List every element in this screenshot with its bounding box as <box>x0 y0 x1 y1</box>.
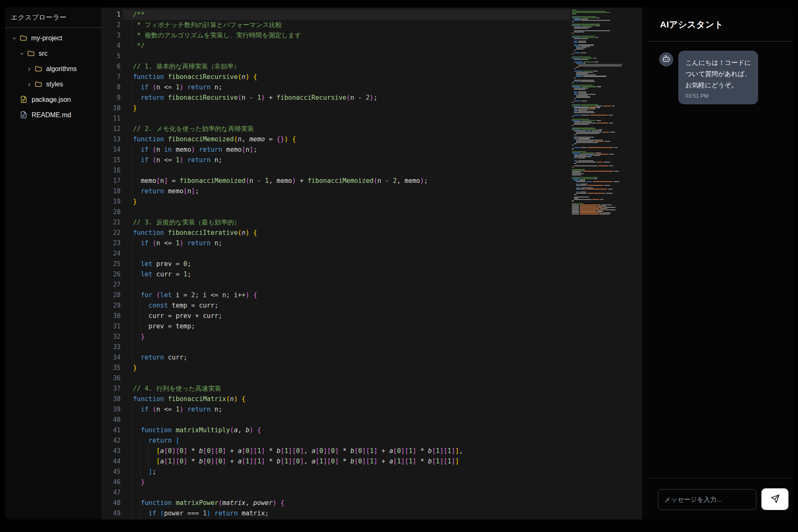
code-line[interactable]: return curr; <box>132 352 463 363</box>
code-line[interactable]: } <box>132 477 463 488</box>
line-number: 24 <box>102 249 121 259</box>
minimap-row <box>572 85 638 86</box>
indent-guide <box>132 342 133 352</box>
code-line[interactable]: /** <box>132 10 463 20</box>
code-line[interactable] <box>132 373 463 384</box>
code-line[interactable]: if (n <= 1) return n; <box>132 404 463 415</box>
code-line[interactable] <box>132 415 463 425</box>
code-line[interactable] <box>132 488 463 498</box>
minimap-row <box>572 58 638 59</box>
code-line[interactable]: for (let i = 2; i <= n; i++) { <box>132 290 463 300</box>
minimap-row <box>572 125 638 126</box>
code-line[interactable]: * 複数のアルゴリズムを実装し、実行時間を測定します <box>132 30 463 41</box>
code-line[interactable]: function fibonacciMatrix(n) { <box>132 394 463 404</box>
code-line[interactable] <box>132 165 463 176</box>
minimap-row <box>572 38 638 39</box>
minimap-row <box>572 145 638 145</box>
code-line[interactable] <box>132 207 463 217</box>
minimap-row <box>572 202 638 203</box>
code-line[interactable]: let prev = 0; <box>132 259 463 269</box>
minimap-row <box>572 142 638 143</box>
code-line[interactable]: [a[0][0] * b[0][0] + a[0][1] * b[1][0], … <box>132 446 463 456</box>
code-line[interactable]: curr = prev + curr; <box>132 311 463 321</box>
chat-input[interactable] <box>658 489 756 510</box>
minimap-row <box>572 167 638 167</box>
code-line[interactable]: return fibonacciRecursive(n - 1) + fibon… <box>132 93 463 103</box>
code-line[interactable]: // 1. 基本的な再帰実装（非効率） <box>132 62 463 72</box>
sidebar-item-my-project[interactable]: my-project <box>5 30 101 46</box>
code-line[interactable]: function fibonacciIterative(n) { <box>132 228 463 238</box>
minimap-row <box>572 133 638 134</box>
code-line[interactable]: prev = temp; <box>132 321 463 332</box>
minimap-row <box>572 98 638 99</box>
minimap-row <box>572 126 638 127</box>
indent-guide <box>148 446 148 456</box>
chevron-right-icon[interactable] <box>27 66 32 72</box>
minimap-row <box>572 86 638 87</box>
code-content[interactable]: /** * フィボナッチ数列の計算とパフォーマンス比較 * 複数のアルゴリズムを… <box>132 10 463 519</box>
minimap-row <box>572 143 638 144</box>
code-line[interactable]: return memo[n]; <box>132 186 463 197</box>
code-line[interactable] <box>132 342 463 352</box>
minimap-row <box>572 204 638 205</box>
sidebar-item-readme-md[interactable]: README.md <box>5 107 101 123</box>
code-line[interactable]: function matrixPower(matrix, power) { <box>132 498 463 508</box>
minimap-row <box>572 16 638 17</box>
item-label: styles <box>46 81 63 88</box>
code-line[interactable]: if (n <= 1) return n; <box>132 82 463 93</box>
chevron-down-icon[interactable] <box>19 51 25 57</box>
minimap-row <box>572 214 638 214</box>
code-line[interactable] <box>132 249 463 259</box>
code-line[interactable]: // 3. 反復的な実装（最も効率的） <box>132 217 463 228</box>
minimap[interactable] <box>572 10 638 226</box>
code-line[interactable]: } <box>132 197 463 207</box>
sidebar-item-package-json[interactable]: package.json <box>5 92 101 107</box>
code-line[interactable]: if (n in memo) return memo[n]; <box>132 145 463 155</box>
code-line[interactable]: * フィボナッチ数列の計算とパフォーマンス比較 <box>132 20 463 30</box>
minimap-row <box>572 197 638 197</box>
code-line[interactable]: // 4. 行列を使った高速実装 <box>132 384 463 394</box>
code-editor[interactable]: 1234567891011121314151617181920212223242… <box>102 7 642 520</box>
minimap-row <box>572 140 638 140</box>
sidebar-item-algorithms[interactable]: algorithms <box>5 61 101 76</box>
code-line[interactable]: function fibonacciMemoized(n, memo = {})… <box>132 134 463 145</box>
code-line[interactable]: memo[n] = fibonacciMemoized(n - 1, memo)… <box>132 176 463 186</box>
code-line[interactable]: function fibonacciRecursive(n) { <box>132 72 463 82</box>
code-line[interactable]: [a[1][0] * b[0][0] + a[1][1] * b[1][0], … <box>132 456 463 467</box>
minimap-row <box>572 115 638 116</box>
code-line[interactable]: if (n <= 1) return n; <box>132 238 463 249</box>
code-line[interactable]: const temp = curr; <box>132 300 463 311</box>
folder-icon <box>34 80 42 88</box>
send-button[interactable] <box>761 488 788 510</box>
code-line[interactable]: // 2. メモ化を使った効率的な再帰実装 <box>132 124 463 134</box>
code-line[interactable]: ]; <box>132 467 463 477</box>
code-line[interactable]: function matrixMultiply(a, b) { <box>132 425 463 436</box>
code-line[interactable]: } <box>132 363 463 373</box>
line-number: 2 <box>102 20 121 30</box>
minimap-row <box>572 134 638 135</box>
line-number: 36 <box>102 373 121 384</box>
code-line[interactable] <box>132 113 463 124</box>
minimap-row <box>572 131 638 131</box>
code-line[interactable]: } <box>132 103 463 113</box>
sidebar-item-styles[interactable]: styles <box>5 76 101 92</box>
code-line[interactable]: if (n <= 1) return n; <box>132 155 463 165</box>
chevron-down-icon[interactable] <box>12 35 17 41</box>
chevron-right-icon[interactable] <box>27 81 32 87</box>
code-line[interactable] <box>132 51 463 62</box>
minimap-row <box>572 180 638 180</box>
code-line[interactable]: return [ <box>132 436 463 446</box>
sidebar-item-src[interactable]: src <box>5 46 101 61</box>
minimap-row <box>572 84 638 84</box>
minimap-row <box>572 169 638 170</box>
minimap-row <box>572 22 638 23</box>
code-line[interactable]: */ <box>132 41 463 51</box>
code-line[interactable]: } <box>132 332 463 342</box>
code-line[interactable]: let curr = 1; <box>132 269 463 280</box>
line-number: 35 <box>102 363 121 373</box>
code-line[interactable]: if (power === 1) return matrix; <box>132 508 463 519</box>
minimap-row <box>572 151 638 152</box>
minimap-row <box>572 160 638 161</box>
code-line[interactable] <box>132 280 463 290</box>
indent-guide <box>140 300 140 311</box>
